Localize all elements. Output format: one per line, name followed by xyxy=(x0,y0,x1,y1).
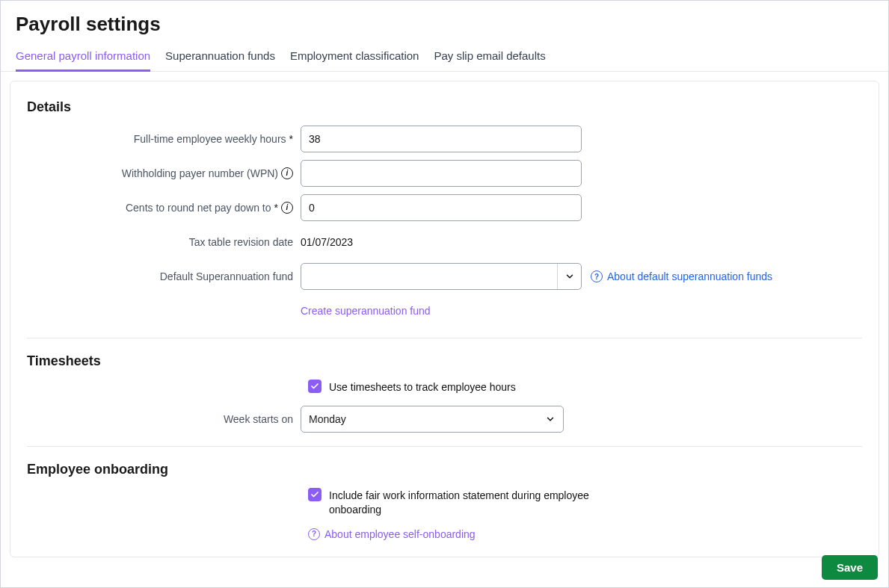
use-timesheets-label: Use timesheets to track employee hours xyxy=(329,380,516,395)
row-cents-round: Cents to round net pay down to * i xyxy=(27,194,862,221)
save-button[interactable]: Save xyxy=(822,555,878,580)
about-super-link-text: About default superannuation funds xyxy=(607,270,772,282)
row-week-starts: Week starts on Monday xyxy=(27,406,862,433)
cents-round-label-text: Cents to round net pay down to xyxy=(126,202,271,214)
weekly-hours-input[interactable] xyxy=(301,126,582,152)
row-wpn: Withholding payer number (WPN) i xyxy=(27,160,862,187)
about-onboarding-link-text: About employee self-onboarding xyxy=(324,528,476,540)
tax-table-value: 01/07/2023 xyxy=(301,236,353,248)
page-title: Payroll settings xyxy=(1,1,888,42)
row-tax-table: Tax table revision date 01/07/2023 xyxy=(27,229,862,256)
default-super-select[interactable] xyxy=(301,263,582,290)
row-about-onboarding: ? About employee self-onboarding xyxy=(308,528,862,540)
default-super-label: Default Superannuation fund xyxy=(27,270,301,282)
tax-table-label: Tax table revision date xyxy=(27,236,301,248)
row-default-super: Default Superannuation fund ? About defa… xyxy=(27,263,862,290)
row-create-super: Create superannuation fund xyxy=(27,297,862,324)
divider xyxy=(27,338,862,338)
cents-round-label: Cents to round net pay down to * i xyxy=(27,202,301,214)
question-icon: ? xyxy=(308,528,320,540)
details-heading: Details xyxy=(27,89,862,126)
cents-round-input[interactable] xyxy=(301,194,582,221)
row-include-fairwork: Include fair work information statement … xyxy=(308,488,862,518)
chevron-down-icon xyxy=(545,414,556,424)
week-starts-value: Monday xyxy=(309,413,346,425)
wpn-label: Withholding payer number (WPN) i xyxy=(27,167,301,179)
use-timesheets-checkbox[interactable] xyxy=(308,380,322,393)
tab-general-payroll[interactable]: General payroll information xyxy=(16,42,150,71)
row-use-timesheets: Use timesheets to track employee hours xyxy=(308,380,862,395)
onboarding-heading: Employee onboarding xyxy=(27,451,862,488)
weekly-hours-label-text: Full-time employee weekly hours xyxy=(134,133,286,145)
tabs-bar: General payroll information Superannuati… xyxy=(1,42,888,72)
general-panel: Details Full-time employee weekly hours … xyxy=(10,81,879,557)
info-icon[interactable]: i xyxy=(281,202,293,214)
row-weekly-hours: Full-time employee weekly hours * xyxy=(27,126,862,152)
wpn-label-text: Withholding payer number (WPN) xyxy=(122,167,278,179)
wpn-input[interactable] xyxy=(301,160,582,187)
create-super-link[interactable]: Create superannuation fund xyxy=(301,305,431,317)
info-icon[interactable]: i xyxy=(281,167,293,179)
week-starts-label: Week starts on xyxy=(27,413,301,425)
required-asterisk: * xyxy=(274,202,278,214)
weekly-hours-label: Full-time employee weekly hours * xyxy=(27,133,301,145)
footer: Save xyxy=(822,555,878,580)
week-starts-select[interactable]: Monday xyxy=(301,406,564,433)
tab-payslip-email-defaults[interactable]: Pay slip email defaults xyxy=(434,42,545,71)
question-icon: ? xyxy=(591,270,603,282)
divider xyxy=(27,446,862,447)
about-super-link[interactable]: ? About default superannuation funds xyxy=(591,270,772,282)
tab-superannuation-funds[interactable]: Superannuation funds xyxy=(165,42,275,71)
include-fairwork-checkbox[interactable] xyxy=(308,488,322,501)
chevron-down-icon xyxy=(557,264,581,289)
required-asterisk: * xyxy=(289,133,293,145)
about-onboarding-link[interactable]: ? About employee self-onboarding xyxy=(308,528,476,540)
payroll-settings-window: Payroll settings General payroll informa… xyxy=(0,0,889,588)
tab-employment-classification[interactable]: Employment classification xyxy=(290,42,419,71)
timesheets-heading: Timesheets xyxy=(27,343,862,380)
include-fairwork-label: Include fair work information statement … xyxy=(329,488,613,518)
